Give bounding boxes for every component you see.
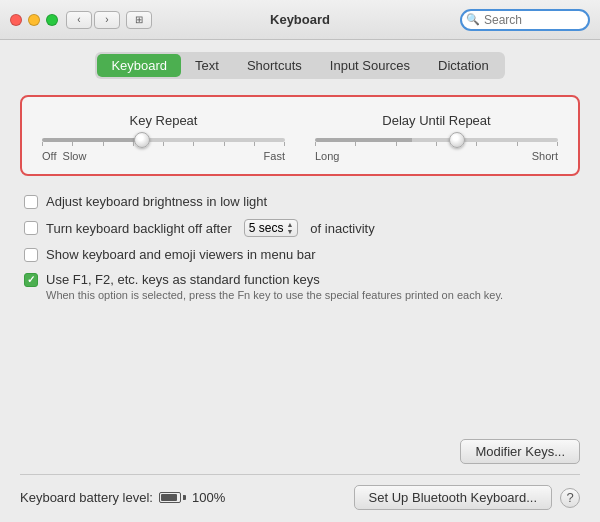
battery-icon (159, 492, 186, 503)
tab-shortcuts[interactable]: Shortcuts (233, 54, 316, 77)
tick (133, 142, 134, 146)
battery-section: Keyboard battery level: 100% (20, 490, 225, 505)
option-backlight-label-post: of inactivity (310, 221, 374, 236)
key-repeat-group: Key Repeat Off Slow (42, 113, 285, 162)
close-button[interactable] (10, 14, 22, 26)
checkbox-brightness[interactable] (24, 195, 38, 209)
backlight-dropdown-value: 5 secs (249, 221, 284, 235)
tick (72, 142, 73, 146)
option-emoji-label: Show keyboard and emoji viewers in menu … (46, 247, 316, 262)
option-fn: Use F1, F2, etc. keys as standard functi… (24, 272, 576, 287)
battery-fill (161, 494, 177, 501)
backlight-dropdown[interactable]: 5 secs ▲ ▼ (244, 219, 299, 237)
window-title: Keyboard (270, 12, 330, 27)
tick (396, 142, 397, 146)
setup-bluetooth-button[interactable]: Set Up Bluetooth Keyboard... (354, 485, 552, 510)
delay-repeat-right-label: Short (532, 150, 558, 162)
tick (42, 142, 43, 146)
minimize-button[interactable] (28, 14, 40, 26)
modifier-keys-button[interactable]: Modifier Keys... (460, 439, 580, 464)
traffic-lights (10, 14, 58, 26)
titlebar: ‹ › ⊞ Keyboard 🔍 (0, 0, 600, 40)
tab-dictation[interactable]: Dictation (424, 54, 503, 77)
option-fn-block: Use F1, F2, etc. keys as standard functi… (24, 272, 576, 301)
tick (436, 142, 437, 146)
option-brightness-label: Adjust keyboard brightness in low light (46, 194, 267, 209)
bottom-area: Modifier Keys... Keyboard battery level:… (20, 301, 580, 510)
key-repeat-right-label: Fast (264, 150, 285, 162)
tab-input-sources[interactable]: Input Sources (316, 54, 424, 77)
modifier-row: Modifier Keys... (20, 439, 580, 464)
battery-tip (183, 495, 186, 500)
tick (517, 142, 518, 146)
nav-buttons: ‹ › (66, 11, 120, 29)
tick (557, 142, 558, 146)
delay-repeat-ends: Long Short (315, 150, 558, 162)
tick (163, 142, 164, 146)
battery-body (159, 492, 181, 503)
tick (224, 142, 225, 146)
option-emoji: Show keyboard and emoji viewers in menu … (24, 247, 576, 262)
tick (355, 142, 356, 146)
key-repeat-left-label: Off Slow (42, 150, 86, 162)
tick (103, 142, 104, 146)
checkbox-backlight[interactable] (24, 221, 38, 235)
maximize-button[interactable] (46, 14, 58, 26)
tick (254, 142, 255, 146)
delay-repeat-ticks (315, 142, 558, 146)
search-bar: 🔍 (460, 9, 590, 31)
forward-button[interactable]: › (94, 11, 120, 29)
key-repeat-label: Key Repeat (42, 113, 285, 128)
battery-percent: 100% (192, 490, 225, 505)
search-icon: 🔍 (466, 13, 480, 26)
help-button[interactable]: ? (560, 488, 580, 508)
main-content: Keyboard Text Shortcuts Input Sources Di… (0, 40, 600, 522)
delay-repeat-left-label: Long (315, 150, 339, 162)
delay-repeat-label: Delay Until Repeat (315, 113, 558, 128)
checkbox-fn[interactable] (24, 273, 38, 287)
fn-description: When this option is selected, press the … (46, 289, 576, 301)
key-repeat-ends: Off Slow Fast (42, 150, 285, 162)
tick (284, 142, 285, 146)
grid-button[interactable]: ⊞ (126, 11, 152, 29)
chevron-down-icon: ▼ (286, 228, 293, 235)
option-backlight: Turn keyboard backlight off after 5 secs… (24, 219, 576, 237)
sliders-section: Key Repeat Off Slow (20, 95, 580, 176)
tick (193, 142, 194, 146)
status-bar: Keyboard battery level: 100% Set Up Blue… (20, 474, 580, 510)
tick (315, 142, 316, 146)
chevron-up-icon: ▲ (286, 221, 293, 228)
key-repeat-track-wrap (42, 138, 285, 146)
tab-bar: Keyboard Text Shortcuts Input Sources Di… (95, 52, 504, 79)
option-brightness: Adjust keyboard brightness in low light (24, 194, 576, 209)
dropdown-arrows: ▲ ▼ (286, 221, 293, 235)
key-repeat-ticks (42, 142, 285, 146)
option-fn-label: Use F1, F2, etc. keys as standard functi… (46, 272, 320, 287)
checkbox-emoji[interactable] (24, 248, 38, 262)
battery-label: Keyboard battery level: (20, 490, 153, 505)
options-section: Adjust keyboard brightness in low light … (20, 194, 580, 301)
tab-text[interactable]: Text (181, 54, 233, 77)
tab-keyboard[interactable]: Keyboard (97, 54, 181, 77)
status-buttons: Set Up Bluetooth Keyboard... ? (354, 485, 580, 510)
delay-repeat-track-wrap (315, 138, 558, 146)
tick (476, 142, 477, 146)
delay-repeat-group: Delay Until Repeat Long Short (315, 113, 558, 162)
option-backlight-label-pre: Turn keyboard backlight off after (46, 221, 232, 236)
back-button[interactable]: ‹ (66, 11, 92, 29)
